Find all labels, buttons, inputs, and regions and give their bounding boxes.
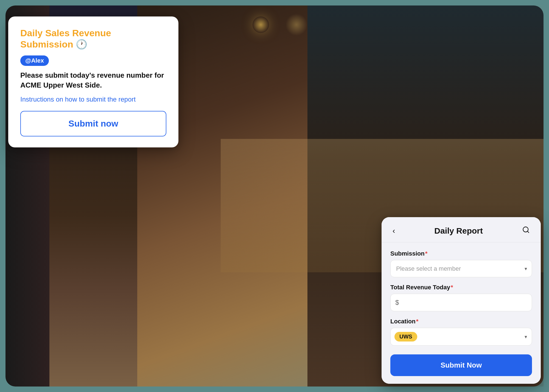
card-title: Daily Sales Revenue Submission 🕐 (20, 27, 166, 50)
required-star-revenue: * (451, 284, 453, 291)
submission-field-section: Submission* Please select a member ▾ (390, 250, 532, 277)
submission-select-wrapper: Please select a member ▾ (390, 260, 532, 277)
report-title: Daily Report (397, 226, 520, 236)
report-card: ‹ Daily Report Submission* Please select… (382, 217, 541, 384)
report-header: ‹ Daily Report (382, 217, 541, 242)
revenue-input-wrapper: $ (390, 294, 532, 311)
currency-symbol: $ (395, 299, 399, 306)
location-field-section: Location* UWS ▾ (390, 318, 532, 346)
required-star: * (425, 250, 428, 257)
required-star-location: * (416, 318, 419, 325)
instructions-link[interactable]: Instructions on how to submit the report (20, 96, 166, 103)
notification-card: Daily Sales Revenue Submission 🕐 @Alex P… (8, 16, 178, 147)
location-select-wrapper: UWS ▾ (390, 328, 532, 346)
location-select[interactable]: UWS (390, 328, 532, 346)
card-body-text: Please submit today's revenue number for… (20, 70, 166, 90)
report-body: Submission* Please select a member ▾ Tot… (382, 242, 541, 384)
search-button[interactable] (520, 225, 532, 237)
submission-label: Submission* (390, 250, 532, 257)
svg-line-1 (527, 231, 529, 233)
revenue-field-section: Total Revenue Today* $ (390, 284, 532, 311)
revenue-label: Total Revenue Today* (390, 284, 532, 291)
back-button[interactable]: ‹ (390, 225, 397, 236)
mention-badge: @Alex (20, 55, 49, 66)
report-submit-button[interactable]: Submit Now (390, 354, 532, 376)
location-label: Location* (390, 318, 532, 325)
submit-now-button[interactable]: Submit now (20, 111, 166, 136)
submission-select[interactable]: Please select a member (390, 260, 532, 277)
revenue-input[interactable] (390, 294, 532, 311)
uws-badge: UWS (394, 332, 417, 341)
